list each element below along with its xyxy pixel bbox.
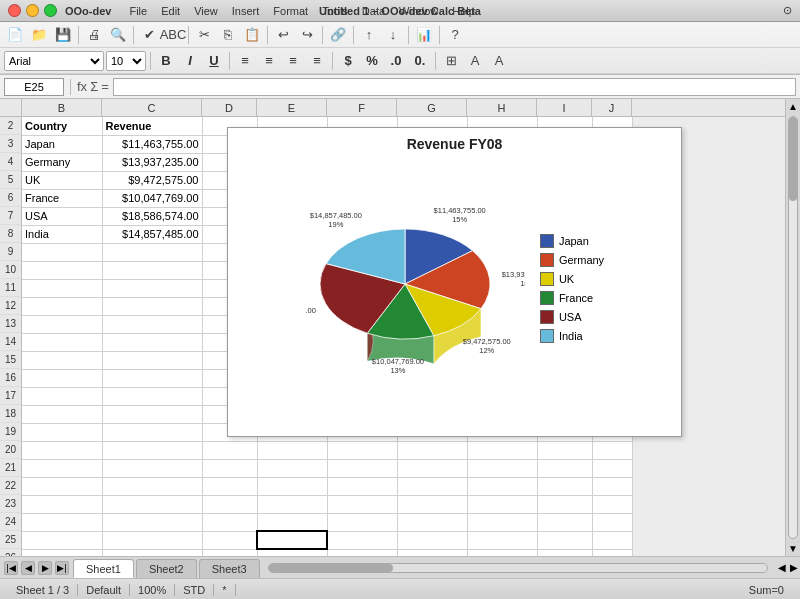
row-num-8[interactable]: 8 (0, 225, 21, 243)
col-header-I[interactable]: I (537, 99, 592, 117)
cell-G22[interactable] (397, 477, 467, 495)
row-num-25[interactable]: 25 (0, 531, 21, 549)
row-num-6[interactable]: 6 (0, 189, 21, 207)
cell-C16[interactable] (102, 369, 202, 387)
vertical-scrollbar[interactable]: ▲ ▼ (785, 99, 800, 556)
cell-E20[interactable] (257, 441, 327, 459)
menu-item-view[interactable]: View (188, 4, 224, 18)
row-num-12[interactable]: 12 (0, 297, 21, 315)
cell-I24[interactable] (537, 513, 592, 531)
cell-C23[interactable] (102, 495, 202, 513)
cell-H24[interactable] (467, 513, 537, 531)
bold-button[interactable]: B (155, 50, 177, 72)
cell-E21[interactable] (257, 459, 327, 477)
cut-icon[interactable]: ✂ (193, 24, 215, 46)
cell-C2[interactable]: Revenue (102, 117, 202, 135)
open-icon[interactable]: 📁 (28, 24, 50, 46)
currency-button[interactable]: $ (337, 50, 359, 72)
italic-button[interactable]: I (179, 50, 201, 72)
cell-B18[interactable] (22, 405, 102, 423)
redo-icon[interactable]: ↪ (296, 24, 318, 46)
cell-B11[interactable] (22, 279, 102, 297)
cell-B17[interactable] (22, 387, 102, 405)
row-num-15[interactable]: 15 (0, 351, 21, 369)
cell-C22[interactable] (102, 477, 202, 495)
cell-F23[interactable] (327, 495, 397, 513)
cell-E26[interactable] (257, 549, 327, 556)
col-header-H[interactable]: H (467, 99, 537, 117)
cell-C26[interactable] (102, 549, 202, 556)
percent-button[interactable]: % (361, 50, 383, 72)
cell-B7[interactable]: USA (22, 207, 102, 225)
cell-E25[interactable] (257, 531, 327, 549)
tab-scroll-first[interactable]: |◀ (4, 561, 18, 575)
menu-item-format[interactable]: Format (267, 4, 314, 18)
cell-I23[interactable] (537, 495, 592, 513)
cell-J23[interactable] (592, 495, 632, 513)
cell-C19[interactable] (102, 423, 202, 441)
scroll-left-btn[interactable]: ◀ (776, 560, 788, 575)
cell-B16[interactable] (22, 369, 102, 387)
cell-C10[interactable] (102, 261, 202, 279)
cell-E24[interactable] (257, 513, 327, 531)
cell-H26[interactable] (467, 549, 537, 556)
menu-item-insert[interactable]: Insert (226, 4, 266, 18)
col-header-D[interactable]: D (202, 99, 257, 117)
cell-B20[interactable] (22, 441, 102, 459)
chart-container[interactable]: Revenue FY08$11,463,755.0015%$13,937,235… (227, 127, 682, 437)
col-header-J[interactable]: J (592, 99, 632, 117)
cell-B9[interactable] (22, 243, 102, 261)
row-num-22[interactable]: 22 (0, 477, 21, 495)
print-icon[interactable]: 🖨 (83, 24, 105, 46)
cell-H23[interactable] (467, 495, 537, 513)
cell-G25[interactable] (397, 531, 467, 549)
col-header-G[interactable]: G (397, 99, 467, 117)
col-header-C[interactable]: C (102, 99, 202, 117)
cell-B21[interactable] (22, 459, 102, 477)
cell-I25[interactable] (537, 531, 592, 549)
cell-B2[interactable]: Country (22, 117, 102, 135)
cell-H21[interactable] (467, 459, 537, 477)
sheet-tab-sheet1[interactable]: Sheet1 (73, 559, 134, 578)
tab-scroll-next[interactable]: ▶ (38, 561, 52, 575)
cell-B26[interactable] (22, 549, 102, 556)
scroll-right-btn[interactable]: ▶ (788, 560, 800, 575)
cell-H25[interactable] (467, 531, 537, 549)
cell-D26[interactable] (202, 549, 257, 556)
row-num-10[interactable]: 10 (0, 261, 21, 279)
cell-G24[interactable] (397, 513, 467, 531)
cell-J22[interactable] (592, 477, 632, 495)
cell-reference[interactable]: E25 (4, 78, 64, 96)
align-center-button[interactable]: ≡ (258, 50, 280, 72)
menu-item-file[interactable]: File (123, 4, 153, 18)
cell-D24[interactable] (202, 513, 257, 531)
cell-J26[interactable] (592, 549, 632, 556)
cell-B25[interactable] (22, 531, 102, 549)
cell-D21[interactable] (202, 459, 257, 477)
cell-D23[interactable] (202, 495, 257, 513)
tab-scroll-last[interactable]: ▶| (55, 561, 69, 575)
cell-H22[interactable] (467, 477, 537, 495)
cell-C21[interactable] (102, 459, 202, 477)
row-num-24[interactable]: 24 (0, 513, 21, 531)
cell-G23[interactable] (397, 495, 467, 513)
sheet-tab-sheet3[interactable]: Sheet3 (199, 559, 260, 578)
paste-icon[interactable]: 📋 (241, 24, 263, 46)
row-num-2[interactable]: 2 (0, 117, 21, 135)
minimize-button[interactable] (26, 4, 39, 17)
cell-F24[interactable] (327, 513, 397, 531)
underline-button[interactable]: U (203, 50, 225, 72)
cell-H20[interactable] (467, 441, 537, 459)
menu-item-edit[interactable]: Edit (155, 4, 186, 18)
cell-B3[interactable]: Japan (22, 135, 102, 153)
border-button[interactable]: ⊞ (440, 50, 462, 72)
row-num-19[interactable]: 19 (0, 423, 21, 441)
decimal-dec-button[interactable]: 0. (409, 50, 431, 72)
cell-B5[interactable]: UK (22, 171, 102, 189)
align-right-button[interactable]: ≡ (282, 50, 304, 72)
cell-C25[interactable] (102, 531, 202, 549)
row-num-14[interactable]: 14 (0, 333, 21, 351)
row-num-26[interactable]: 26 (0, 549, 21, 556)
cell-J24[interactable] (592, 513, 632, 531)
horizontal-scrollbar[interactable] (268, 563, 768, 573)
